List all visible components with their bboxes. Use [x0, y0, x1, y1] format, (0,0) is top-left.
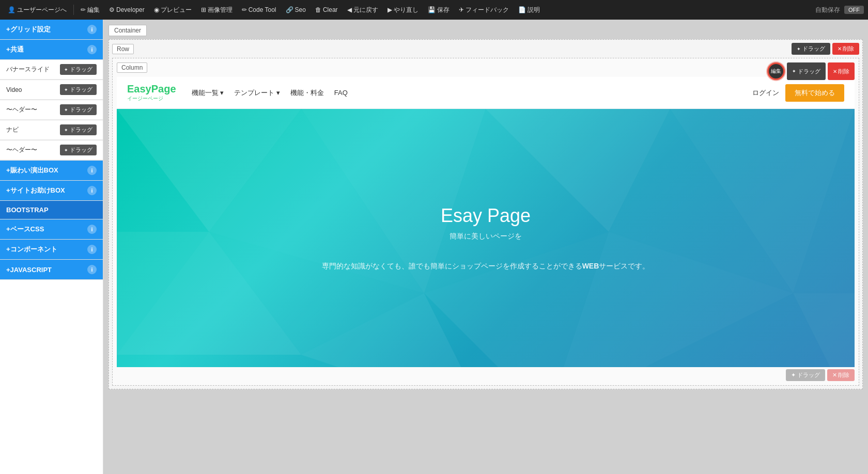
svg-marker-13: [793, 109, 855, 293]
nav-login-btn[interactable]: ログイン: [752, 88, 779, 98]
sidebar-section-component: +コンポーネント i: [0, 240, 103, 260]
toolbar-code-tool[interactable]: ✏ Code Tool: [238, 4, 280, 15]
bootstrap-label: BOOTSTRAP: [6, 206, 49, 214]
preview-icon: ◉: [154, 6, 159, 13]
toolbar-user-page[interactable]: 👤 ユーザーページへ: [4, 4, 70, 17]
site-help-info-icon[interactable]: i: [87, 186, 97, 195]
row-delete-button[interactable]: 削除: [832, 43, 859, 55]
toolbar: 👤 ユーザーページへ ✏ 編集 ⚙ Developer ◉ プレビュー ⊞ 画像…: [0, 0, 868, 20]
toolbar-feedback[interactable]: ✈ フィードバック: [455, 4, 513, 17]
svg-marker-9: [209, 232, 425, 355]
navbar-preview: EasyPage イージーページ 機能一覧 テンプレート 機能・料金 FAQ ロ…: [117, 77, 855, 109]
grid-label: +グリッド設定: [6, 25, 51, 34]
user-icon: 👤: [8, 6, 16, 13]
toolbar-developer[interactable]: ⚙ Developer: [105, 4, 148, 15]
row-header: Row ドラッグ 削除: [112, 43, 859, 55]
header2-drag-btn[interactable]: ドラッグ: [60, 145, 97, 155]
sidebar-header-popup-box[interactable]: +賑わい演出BOX i: [0, 161, 103, 180]
base-css-info-icon[interactable]: i: [87, 225, 97, 234]
component-label: +コンポーネント: [6, 245, 57, 254]
toolbar-save[interactable]: 💾 保存: [424, 4, 453, 17]
sidebar-section-common: +共通 i: [0, 40, 103, 60]
nav-cta-btn[interactable]: 無料で始める: [785, 84, 844, 102]
toolbar-description[interactable]: 📄 説明: [515, 4, 544, 17]
javascript-info-icon[interactable]: i: [87, 265, 97, 274]
nav-link-templates[interactable]: テンプレート: [234, 88, 280, 98]
sidebar-header-component[interactable]: +コンポーネント i: [0, 240, 103, 259]
component-info-icon[interactable]: i: [87, 245, 97, 254]
sidebar-section-javascript: +JAVASCRIPT i: [0, 260, 103, 280]
brand-name: EasyPage: [127, 83, 176, 94]
banner-drag-btn[interactable]: ドラッグ: [60, 64, 97, 75]
nav-link-faq[interactable]: FAQ: [334, 89, 348, 97]
column-actions: 編集 ドラッグ 削除: [767, 62, 855, 80]
nav-link-pricing[interactable]: 機能・料金: [290, 88, 324, 98]
toolbar-image-manage[interactable]: ⊞ 画像管理: [197, 4, 236, 17]
row-label: Row: [112, 44, 134, 54]
toolbar-edit[interactable]: ✏ 編集: [77, 4, 103, 17]
column-drag-button[interactable]: ドラッグ: [787, 62, 826, 80]
sidebar-header-base-css[interactable]: +ベースCSS i: [0, 219, 103, 239]
toolbar-redo[interactable]: ▶ やり直し: [384, 4, 422, 17]
header1-drag-btn[interactable]: ドラッグ: [60, 104, 97, 115]
svg-marker-12: [547, 232, 793, 367]
sidebar-header-bootstrap[interactable]: BOOTSTRAP: [0, 201, 103, 219]
nav-right: ログイン 無料で始める: [752, 84, 844, 102]
sidebar-section-popup-box: +賑わい演出BOX i: [0, 161, 103, 181]
undo-icon: ◀: [347, 6, 352, 13]
sidebar-header-site-help[interactable]: +サイトお助けBOX i: [0, 181, 103, 200]
autosave-toggle[interactable]: OFF: [844, 6, 864, 14]
navi-drag-btn[interactable]: ドラッグ: [60, 124, 97, 135]
main-content: Container Row ドラッグ 削除 Column: [103, 20, 868, 474]
hero-section: Esay Page 簡単に美しいページを 専門的な知識がなくても、誰でも簡単にシ…: [117, 109, 855, 367]
grid-info-icon[interactable]: i: [87, 25, 97, 34]
sidebar-section-bootstrap: BOOTSTRAP: [0, 201, 103, 219]
inner-column-actions: ✦ ドラッグ ✕ 削除: [117, 369, 855, 381]
video-drag-btn[interactable]: ドラッグ: [60, 84, 97, 95]
seo-icon: 🔗: [286, 6, 293, 13]
banner-label: バナースライド: [6, 65, 50, 74]
sidebar-section-grid: +グリッド設定 i: [0, 20, 103, 40]
hero-description: 専門的な知識がなくても、誰でも簡単にショップページを作成することができるWEBサ…: [312, 262, 660, 271]
svg-marker-7: [117, 232, 209, 355]
sidebar-section-banner: バナースライド ドラッグ: [0, 60, 103, 80]
sidebar-item-header1: 〜ヘダー〜 ドラッグ: [0, 100, 103, 120]
header2-label: 〜ヘダー〜: [6, 146, 37, 154]
sidebar: +グリッド設定 i +共通 i バナースライド ドラッグ Video ドラッ: [0, 20, 103, 474]
toolbar-right: 自動保存 OFF: [815, 6, 864, 14]
sidebar-header-grid[interactable]: +グリッド設定 i: [0, 20, 103, 39]
svg-marker-6: [670, 109, 855, 293]
sidebar-section-header2: 〜ヘダー〜 ドラッグ: [0, 140, 103, 161]
column-delete-button[interactable]: 削除: [828, 62, 855, 80]
toolbar-preview[interactable]: ◉ プレビュー: [150, 4, 195, 17]
common-label: +共通: [6, 45, 24, 54]
developer-icon: ⚙: [109, 6, 115, 13]
sidebar-item-banner: バナースライド ドラッグ: [0, 60, 103, 80]
sidebar-item-navi: ナビ ドラッグ: [0, 120, 103, 140]
popup-box-label: +賑わい演出BOX: [6, 166, 58, 175]
column-label: Column: [117, 62, 147, 73]
column-header: Column: [117, 62, 855, 73]
description-icon: 📄: [518, 6, 526, 13]
toolbar-clear[interactable]: 🗑 Clear: [312, 4, 342, 15]
inner-delete-btn[interactable]: ✕ 削除: [827, 369, 855, 381]
sidebar-section-header1: 〜ヘダー〜 ドラッグ: [0, 100, 103, 120]
code-icon: ✏: [242, 6, 247, 13]
sidebar-header-common[interactable]: +共通 i: [0, 40, 103, 59]
nav-link-features[interactable]: 機能一覧: [192, 88, 224, 98]
row-wrapper: Row ドラッグ 削除 Column 編集: [109, 39, 863, 389]
navi-label: ナビ: [6, 125, 19, 134]
column-edit-button[interactable]: 編集: [767, 62, 785, 80]
redo-icon: ▶: [388, 6, 392, 13]
toolbar-seo[interactable]: 🔗 Seo: [282, 4, 309, 15]
javascript-label: +JAVASCRIPT: [6, 266, 52, 274]
toolbar-undo[interactable]: ◀ 元に戻す: [344, 4, 382, 17]
row-drag-button[interactable]: ドラッグ: [792, 43, 830, 55]
common-info-icon[interactable]: i: [87, 45, 97, 54]
inner-drag-btn[interactable]: ✦ ドラッグ: [786, 369, 825, 381]
svg-marker-10: [301, 293, 486, 367]
popup-box-info-icon[interactable]: i: [87, 166, 97, 175]
base-css-label: +ベースCSS: [6, 225, 44, 234]
sidebar-header-javascript[interactable]: +JAVASCRIPT i: [0, 260, 103, 279]
svg-marker-14: [793, 293, 855, 367]
